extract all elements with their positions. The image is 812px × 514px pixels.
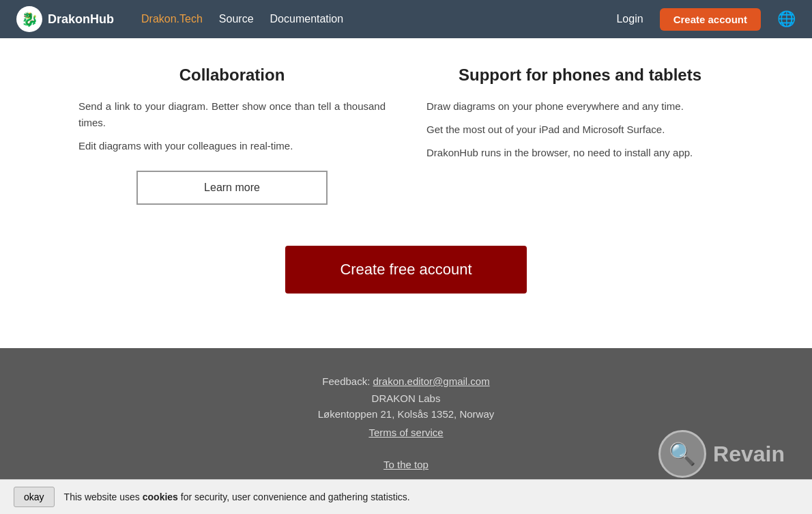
collaboration-text-1: Send a link to your diagram. Better show… bbox=[78, 98, 386, 131]
learn-more-button[interactable]: Learn more bbox=[136, 171, 328, 205]
support-text-3: DrakonHub runs in the browser, no need t… bbox=[426, 145, 734, 161]
navbar-links: Drakon.Tech Source Documentation bbox=[141, 13, 343, 25]
feedback-email[interactable]: drakon.editor@gmail.com bbox=[373, 375, 490, 387]
company-name: DRAKON Labs bbox=[14, 392, 798, 404]
dragon-icon: 🐉 bbox=[21, 11, 38, 27]
support-title: Support for phones and tablets bbox=[426, 66, 734, 85]
company-address: Løkentoppen 21, Kolsås 1352, Norway bbox=[14, 408, 798, 420]
cookie-message-end: for security, user convenience and gathe… bbox=[178, 491, 410, 502]
cookie-cookies-bold: cookies bbox=[143, 491, 178, 502]
create-free-section: Create free account bbox=[41, 246, 771, 294]
collaboration-title: Collaboration bbox=[78, 66, 386, 85]
create-account-button[interactable]: Create account bbox=[660, 8, 761, 31]
globe-icon[interactable]: 🌐 bbox=[777, 10, 796, 28]
create-free-account-button[interactable]: Create free account bbox=[285, 246, 526, 294]
feedback-prefix: Feedback: bbox=[322, 375, 373, 387]
feedback-text: Feedback: drakon.editor@gmail.com bbox=[14, 375, 798, 387]
navbar-item-source[interactable]: Source bbox=[219, 13, 254, 25]
cookie-banner: okay This website uses cookies for secur… bbox=[0, 479, 812, 514]
logo-text: DrakonHub bbox=[48, 12, 114, 27]
cookie-okay-button[interactable]: okay bbox=[14, 487, 55, 507]
logo-icon: 🐉 bbox=[16, 6, 42, 32]
revain-icon: 🔍 bbox=[658, 430, 706, 478]
navbar: 🐉 DrakonHub Drakon.Tech Source Documenta… bbox=[0, 0, 812, 38]
login-button[interactable]: Login bbox=[616, 13, 643, 25]
two-column-section: Collaboration Send a link to your diagra… bbox=[41, 66, 771, 205]
terms-of-service-link[interactable]: Terms of service bbox=[368, 427, 443, 438]
revain-logo: 🔍 Revain bbox=[658, 430, 785, 478]
support-col: Support for phones and tablets Draw diag… bbox=[426, 66, 734, 168]
footer: Feedback: drakon.editor@gmail.com DRAKON… bbox=[0, 348, 812, 498]
support-text-2: Get the most out of your iPad and Micros… bbox=[426, 122, 734, 138]
to-the-top-link[interactable]: To the top bbox=[383, 459, 429, 470]
collaboration-text-2: Edit diagrams with your colleagues in re… bbox=[78, 138, 386, 154]
navbar-item-drakontech[interactable]: Drakon.Tech bbox=[141, 13, 203, 25]
cookie-message: This website uses cookies for security, … bbox=[64, 491, 410, 502]
navbar-item-documentation[interactable]: Documentation bbox=[270, 13, 344, 25]
logo[interactable]: 🐉 DrakonHub bbox=[16, 6, 114, 32]
revain-text: Revain bbox=[713, 442, 785, 467]
collaboration-col: Collaboration Send a link to your diagra… bbox=[78, 66, 386, 205]
cookie-message-start: This website uses bbox=[64, 491, 143, 502]
main-content: Collaboration Send a link to your diagra… bbox=[0, 38, 812, 348]
support-text-1: Draw diagrams on your phone everywhere a… bbox=[426, 98, 734, 115]
